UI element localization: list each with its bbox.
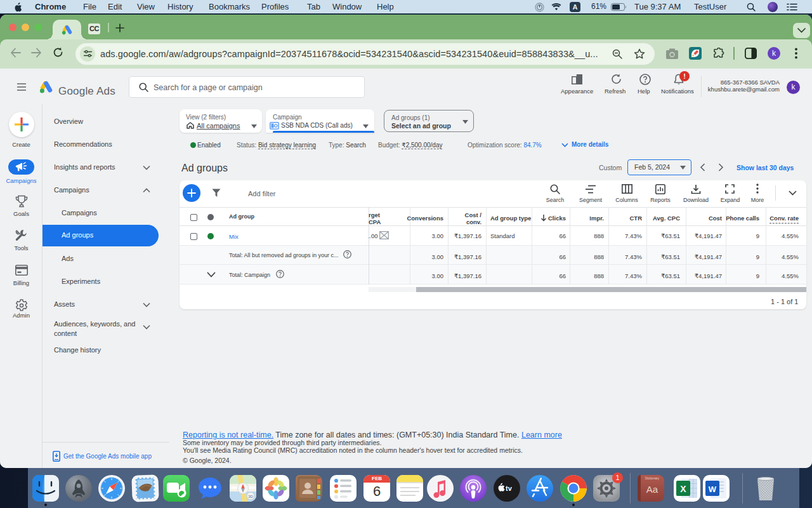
- svg-text:X: X: [680, 484, 686, 494]
- svg-text:tv: tv: [506, 485, 513, 492]
- svg-text:3D: 3D: [248, 495, 253, 498]
- svg-text:W: W: [709, 485, 717, 494]
